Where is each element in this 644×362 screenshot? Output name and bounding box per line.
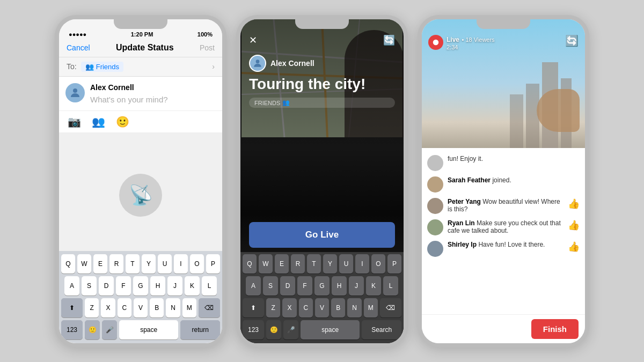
finish-button[interactable]: Finish (531, 319, 579, 339)
key2-m[interactable]: M (364, 298, 378, 317)
key2-n[interactable]: N (347, 298, 361, 317)
key2-h[interactable]: H (332, 276, 347, 295)
flip-camera-icon[interactable]: 🔄 (383, 34, 395, 46)
key2-d[interactable]: D (280, 276, 295, 295)
key-u[interactable]: U (158, 254, 172, 274)
key-p[interactable]: P (206, 254, 220, 274)
friends-badge-icon: 👥 (282, 99, 290, 106)
emoji-icon[interactable]: 🙂 (116, 115, 129, 128)
key-b[interactable]: B (150, 298, 164, 317)
flip-camera-button-3[interactable]: 🔄 (565, 34, 579, 47)
key-v[interactable]: V (134, 298, 148, 317)
key2-j[interactable]: J (349, 276, 364, 295)
friends-badge-label: FRIENDS (254, 100, 280, 106)
comment-avatar-4 (427, 241, 443, 257)
like-icon-empty-4[interactable]: 👍 (568, 241, 580, 253)
key-return[interactable]: return (180, 320, 220, 339)
comment-0: fun! Enjoy it. (422, 152, 585, 174)
friends-tag-icon[interactable]: 👥 (92, 115, 105, 128)
key-mic[interactable]: 🎤 (102, 320, 117, 339)
friends-badge[interactable]: FRIENDS 👥 (249, 98, 395, 108)
close-button[interactable]: ✕ (249, 34, 257, 46)
key-c[interactable]: C (118, 298, 131, 317)
key-emoji[interactable]: 🙂 (85, 320, 100, 339)
compose-area: Alex Cornell What's on your mind? (59, 77, 222, 111)
top-controls: ✕ 🔄 (240, 19, 404, 50)
key2-space[interactable]: space (301, 320, 360, 339)
key-e[interactable]: E (93, 254, 107, 274)
key2-k[interactable]: K (366, 276, 381, 295)
timer-display: 2:34 (447, 44, 495, 50)
key-delete[interactable]: ⌫ (199, 298, 220, 317)
key-a[interactable]: A (64, 276, 79, 295)
key2-a[interactable]: A (246, 276, 261, 295)
time-display: 1:20 PM (131, 31, 153, 38)
key2-p[interactable]: P (387, 254, 401, 274)
key-z[interactable]: Z (85, 298, 99, 317)
key2-v[interactable]: V (315, 298, 329, 317)
key2-emoji[interactable]: 🙂 (266, 320, 281, 339)
key-k[interactable]: K (185, 276, 200, 295)
camera-icon[interactable]: 📷 (68, 115, 81, 128)
key2-o[interactable]: O (371, 254, 385, 274)
key-m[interactable]: M (182, 298, 196, 317)
key2-i[interactable]: I (355, 254, 369, 274)
like-icon-filled[interactable]: 👍 (568, 198, 580, 210)
key-r[interactable]: R (109, 254, 123, 274)
key2-l[interactable]: L (383, 276, 398, 295)
key-i[interactable]: I (174, 254, 188, 274)
key-s[interactable]: S (82, 276, 97, 295)
key-f[interactable]: F (116, 276, 131, 295)
cancel-button[interactable]: Cancel (67, 43, 90, 52)
key-q[interactable]: Q (61, 254, 75, 274)
comment-avatar-3 (427, 219, 443, 235)
key2-y[interactable]: Y (323, 254, 337, 274)
key-t[interactable]: T (126, 254, 140, 274)
key-h[interactable]: H (150, 276, 165, 295)
key-j[interactable]: J (167, 276, 182, 295)
svg-rect-14 (510, 94, 523, 148)
key2-q[interactable]: Q (243, 254, 257, 274)
key2-t[interactable]: T (307, 254, 321, 274)
phone-2: ✕ 🔄 Alex Cornell Touring the city! FRIEN… (236, 15, 408, 348)
comment-avatar-2 (427, 198, 443, 214)
key2-u[interactable]: U (339, 254, 353, 274)
key2-b[interactable]: B (331, 298, 345, 317)
key-w[interactable]: W (77, 254, 91, 274)
key-n[interactable]: N (166, 298, 180, 317)
key-g[interactable]: G (133, 276, 148, 295)
key2-w[interactable]: W (259, 254, 273, 274)
key2-shift[interactable]: ⬆ (243, 298, 264, 317)
key-d[interactable]: D (99, 276, 114, 295)
key-123[interactable]: 123 (61, 320, 83, 339)
key2-g[interactable]: G (314, 276, 330, 295)
key2-123[interactable]: 123 (243, 320, 264, 339)
key2-z[interactable]: Z (266, 298, 280, 317)
key2-x[interactable]: X (282, 298, 296, 317)
key2-r[interactable]: R (291, 254, 305, 274)
key-space[interactable]: space (119, 320, 178, 339)
status-placeholder[interactable]: What's on your mind? (90, 95, 168, 104)
key2-mic[interactable]: 🎤 (283, 320, 298, 339)
audience-row[interactable]: To: 👥 Friends › (59, 57, 222, 77)
key-x[interactable]: X (101, 298, 115, 317)
key2-delete[interactable]: ⌫ (380, 298, 401, 317)
search-key[interactable]: Search (362, 320, 401, 339)
friends-selector[interactable]: 👥 Friends (81, 62, 123, 72)
key-o[interactable]: O (190, 254, 204, 274)
key-y[interactable]: Y (142, 254, 156, 274)
keyboard2-row-4: 123 🙂 🎤 space Search (243, 320, 401, 339)
like-icon-empty-3[interactable]: 👍 (568, 219, 580, 231)
live-icon-highlight[interactable]: 📡 (119, 174, 162, 217)
live-signal-icon: 📡 (129, 184, 153, 206)
key2-c[interactable]: C (299, 298, 313, 317)
key2-f[interactable]: F (297, 276, 312, 295)
key2-s[interactable]: S (263, 276, 278, 295)
key2-e[interactable]: E (275, 254, 289, 274)
key-l[interactable]: L (202, 276, 217, 295)
post-button[interactable]: Post (200, 43, 215, 52)
go-live-button[interactable]: Go Live (249, 222, 395, 248)
key-shift[interactable]: ⬆ (61, 298, 83, 317)
comment-text-2: Peter Yang Wow beautiful view! Where is … (448, 198, 564, 213)
comments-section: fun! Enjoy it. Sarah Feather joined. Pet… (422, 148, 585, 314)
